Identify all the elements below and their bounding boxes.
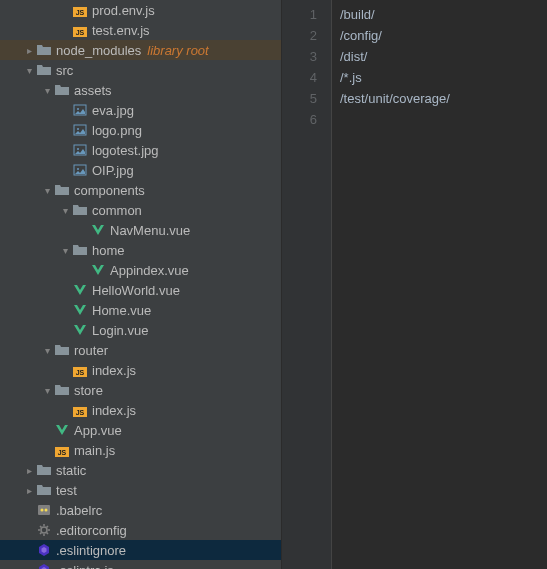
editor-pane: 123456 /build//config//dist//*.js/test/u…	[282, 0, 547, 569]
code-line[interactable]: /dist/	[340, 46, 539, 67]
code-line[interactable]: /config/	[340, 25, 539, 46]
folder-icon	[36, 462, 52, 478]
folder-icon	[54, 82, 70, 98]
tree-item-label: test.env.js	[92, 23, 150, 38]
eslint-icon	[36, 562, 52, 569]
js-icon: JS	[72, 362, 88, 378]
tree-item-label: Home.vue	[92, 303, 151, 318]
vue-icon	[90, 262, 106, 278]
library-root-note: library root	[147, 43, 208, 58]
folder-icon	[72, 202, 88, 218]
editor-content[interactable]: /build//config//dist//*.js/test/unit/cov…	[332, 0, 547, 569]
tree-item-assets[interactable]: ▾assets	[0, 80, 281, 100]
code-line[interactable]: /build/	[340, 4, 539, 25]
tree-item-label: node_modules	[56, 43, 141, 58]
svg-point-19	[41, 509, 44, 512]
js-icon: JS	[72, 2, 88, 18]
tree-item-node-modules[interactable]: ▸node_moduleslibrary root	[0, 40, 281, 60]
tree-item-appindex-vue[interactable]: Appindex.vue	[0, 260, 281, 280]
code-line[interactable]: /test/unit/coverage/	[340, 88, 539, 109]
tree-item-label: .eslintignore	[56, 543, 126, 558]
tree-item-store[interactable]: ▾store	[0, 380, 281, 400]
tree-item-label: static	[56, 463, 86, 478]
tree-item-components[interactable]: ▾components	[0, 180, 281, 200]
tree-item-label: .editorconfig	[56, 523, 127, 538]
folder-icon	[36, 62, 52, 78]
tree-item-label: eva.jpg	[92, 103, 134, 118]
tree-item-label: Login.vue	[92, 323, 148, 338]
tree-item-home-vue[interactable]: Home.vue	[0, 300, 281, 320]
tree-item-app-vue[interactable]: App.vue	[0, 420, 281, 440]
tree-item-oip-jpg[interactable]: OIP.jpg	[0, 160, 281, 180]
tree-item-label: HelloWorld.vue	[92, 283, 180, 298]
chevron-down-icon[interactable]: ▾	[40, 185, 54, 196]
chevron-down-icon[interactable]: ▾	[58, 245, 72, 256]
line-number: 6	[286, 109, 317, 130]
vue-icon	[72, 322, 88, 338]
tree-item-router[interactable]: ▾router	[0, 340, 281, 360]
folder-icon	[54, 382, 70, 398]
tree-item-navmenu-vue[interactable]: NavMenu.vue	[0, 220, 281, 240]
line-number: 1	[286, 4, 317, 25]
tree-item-src[interactable]: ▾src	[0, 60, 281, 80]
chevron-right-icon[interactable]: ▸	[22, 45, 36, 56]
image-icon	[72, 122, 88, 138]
line-number: 2	[286, 25, 317, 46]
vue-icon	[72, 282, 88, 298]
tree-item-label: assets	[74, 83, 112, 98]
js-icon: JS	[72, 22, 88, 38]
tree-item-helloworld-vue[interactable]: HelloWorld.vue	[0, 280, 281, 300]
tree-item-label: Appindex.vue	[110, 263, 189, 278]
tree-item--editorconfig[interactable]: .editorconfig	[0, 520, 281, 540]
chevron-down-icon[interactable]: ▾	[58, 205, 72, 216]
chevron-down-icon[interactable]: ▾	[40, 345, 54, 356]
line-number: 3	[286, 46, 317, 67]
svg-text:JS: JS	[76, 29, 85, 36]
tree-item-label: logo.png	[92, 123, 142, 138]
chevron-right-icon[interactable]: ▸	[22, 465, 36, 476]
svg-point-7	[77, 128, 79, 130]
editor-gutter: 123456	[282, 0, 332, 569]
folder-icon	[54, 342, 70, 358]
tree-item-label: index.js	[92, 363, 136, 378]
tree-item-eva-jpg[interactable]: eva.jpg	[0, 100, 281, 120]
tree-item--babelrc[interactable]: .babelrc	[0, 500, 281, 520]
tree-item-test-env-js[interactable]: JStest.env.js	[0, 20, 281, 40]
chevron-down-icon[interactable]: ▾	[40, 385, 54, 396]
tree-item-prod-env-js[interactable]: JSprod.env.js	[0, 0, 281, 20]
chevron-right-icon[interactable]: ▸	[22, 485, 36, 496]
folder-icon	[36, 482, 52, 498]
tree-item-label: home	[92, 243, 125, 258]
tree-item-logo-png[interactable]: logo.png	[0, 120, 281, 140]
svg-point-5	[77, 108, 79, 110]
image-icon	[72, 142, 88, 158]
tree-item--eslintrc-js[interactable]: .eslintrc.js	[0, 560, 281, 569]
code-line[interactable]: /*.js	[340, 67, 539, 88]
gear-icon	[36, 522, 52, 538]
tree-item-home[interactable]: ▾home	[0, 240, 281, 260]
tree-item--eslintignore[interactable]: .eslintignore	[0, 540, 281, 560]
tree-item-index-js[interactable]: JSindex.js	[0, 360, 281, 380]
chevron-down-icon[interactable]: ▾	[40, 85, 54, 96]
tree-item-test[interactable]: ▸test	[0, 480, 281, 500]
tree-item-label: index.js	[92, 403, 136, 418]
svg-point-9	[77, 148, 79, 150]
svg-rect-18	[38, 505, 50, 515]
image-icon	[72, 102, 88, 118]
tree-item-label: logotest.jpg	[92, 143, 159, 158]
tree-item-login-vue[interactable]: Login.vue	[0, 320, 281, 340]
line-number: 5	[286, 88, 317, 109]
tree-item-main-js[interactable]: JSmain.js	[0, 440, 281, 460]
project-tree[interactable]: JSprod.env.jsJStest.env.js▸node_modulesl…	[0, 0, 282, 569]
tree-item-label: main.js	[74, 443, 115, 458]
tree-item-static[interactable]: ▸static	[0, 460, 281, 480]
chevron-down-icon[interactable]: ▾	[22, 65, 36, 76]
js-icon: JS	[54, 442, 70, 458]
tree-item-common[interactable]: ▾common	[0, 200, 281, 220]
tree-item-label: components	[74, 183, 145, 198]
tree-item-logotest-jpg[interactable]: logotest.jpg	[0, 140, 281, 160]
svg-point-20	[45, 509, 48, 512]
tree-item-index-js[interactable]: JSindex.js	[0, 400, 281, 420]
tree-item-label: store	[74, 383, 103, 398]
tree-item-label: NavMenu.vue	[110, 223, 190, 238]
